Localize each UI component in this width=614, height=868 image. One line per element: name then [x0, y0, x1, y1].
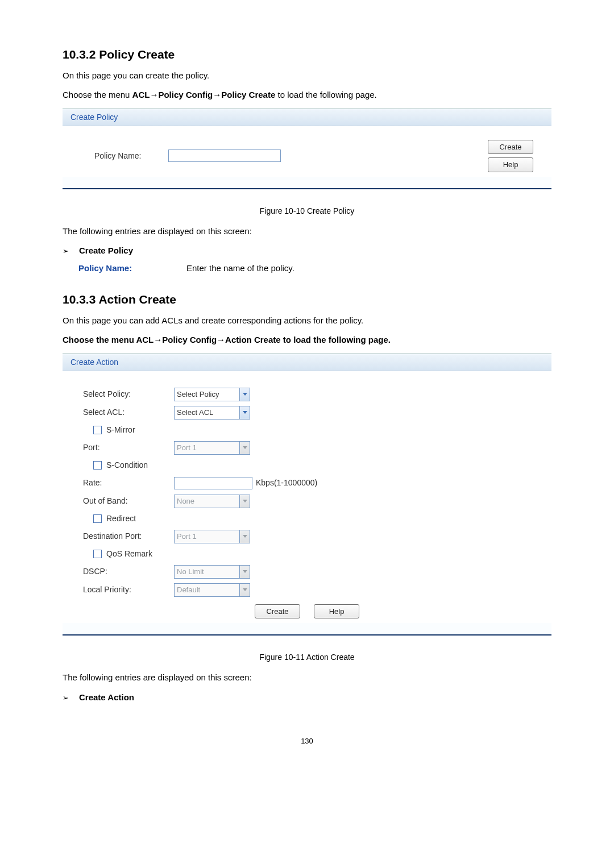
- select-policy-label: Select Policy:: [77, 388, 174, 400]
- qos-remark-checkbox[interactable]: [93, 550, 102, 558]
- rate-label: Rate:: [77, 477, 174, 489]
- chevron-down-icon: [239, 406, 250, 419]
- chevron-down-icon: [239, 388, 250, 401]
- s-mirror-label: S-Mirror: [106, 424, 135, 436]
- out-of-band-value: None: [175, 496, 239, 507]
- dscp-dropdown[interactable]: No Limit: [174, 565, 250, 579]
- chevron-down-icon: [239, 495, 250, 508]
- dscp-label: DSCP:: [77, 566, 174, 578]
- select-acl-dropdown[interactable]: Select ACL: [174, 406, 250, 420]
- policy-create-intro: On this page you can create the policy.: [63, 69, 551, 82]
- out-of-band-dropdown[interactable]: None: [174, 495, 250, 508]
- port-dropdown[interactable]: Port 1: [174, 441, 250, 455]
- page-number: 130: [63, 736, 551, 747]
- nav-suffix: to load the following page.: [275, 90, 376, 99]
- port-value: Port 1: [175, 442, 239, 454]
- s-condition-label: S-Condition: [106, 459, 148, 471]
- def-desc-policy-name: Enter the name of the policy.: [186, 262, 294, 275]
- action-create-intro: On this page you can add ACLs and create…: [63, 314, 551, 327]
- destination-port-value: Port 1: [175, 531, 239, 542]
- rate-unit: Kbps(1-1000000): [252, 477, 317, 489]
- redirect-checkbox[interactable]: [93, 514, 102, 523]
- out-of-band-label: Out of Band:: [77, 495, 174, 507]
- create-action-panel: Create Action Select Policy: Select Poli…: [63, 354, 551, 636]
- bullet-icon: ➢: [63, 692, 69, 704]
- qos-remark-label: QoS Remark: [106, 548, 152, 560]
- dscp-value: No Limit: [175, 566, 239, 578]
- local-priority-value: Default: [175, 584, 239, 596]
- entries-intro-1: The following entries are displayed on t…: [63, 225, 551, 238]
- help-button[interactable]: Help: [488, 157, 533, 172]
- chevron-down-icon: [239, 566, 250, 578]
- s-condition-checkbox[interactable]: [93, 461, 102, 470]
- section-heading-policy-create: 10.3.2 Policy Create: [63, 45, 551, 64]
- create-policy-panel-title: Create Policy: [63, 109, 551, 126]
- select-acl-value: Select ACL: [175, 407, 239, 418]
- port-label: Port:: [77, 442, 174, 454]
- policy-name-input[interactable]: [168, 149, 281, 162]
- destination-port-dropdown[interactable]: Port 1: [174, 530, 250, 543]
- chevron-down-icon: [239, 442, 250, 454]
- figure-caption-10-11: Figure 10-11 Action Create: [63, 651, 551, 663]
- def-term-policy-name: Policy Name:: [78, 262, 186, 275]
- entries-intro-2: The following entries are displayed on t…: [63, 671, 551, 684]
- chevron-down-icon: [239, 530, 250, 543]
- policy-name-label: Policy Name:: [77, 150, 168, 162]
- s-mirror-checkbox[interactable]: [93, 426, 102, 434]
- create-policy-panel: Create Policy Policy Name: Create Help: [63, 109, 551, 189]
- select-policy-value: Select Policy: [175, 389, 239, 400]
- help-button[interactable]: Help: [314, 604, 359, 619]
- redirect-label: Redirect: [106, 513, 136, 525]
- rate-input[interactable]: [174, 477, 252, 489]
- nav-path: ACL→Policy Config→Policy Create: [132, 90, 276, 99]
- create-button[interactable]: Create: [488, 140, 533, 155]
- bullet-icon: ➢: [63, 246, 69, 257]
- nav-prefix: Choose the menu: [63, 90, 132, 99]
- policy-create-nav: Choose the menu ACL→Policy Config→Policy…: [63, 89, 551, 102]
- create-action-panel-title: Create Action: [63, 354, 551, 371]
- create-button[interactable]: Create: [255, 604, 300, 619]
- figure-caption-10-10: Figure 10-10 Create Policy: [63, 205, 551, 217]
- local-priority-label: Local Priority:: [77, 584, 174, 596]
- bullet-create-policy: Create Policy: [79, 244, 133, 258]
- action-create-nav: Choose the menu ACL→Policy Config→Action…: [63, 334, 551, 347]
- select-acl-label: Select ACL:: [77, 406, 174, 418]
- select-policy-dropdown[interactable]: Select Policy: [174, 388, 250, 401]
- section-heading-action-create: 10.3.3 Action Create: [63, 290, 551, 309]
- local-priority-dropdown[interactable]: Default: [174, 583, 250, 597]
- bullet-create-action: Create Action: [79, 691, 134, 704]
- destination-port-label: Destination Port:: [77, 530, 174, 542]
- chevron-down-icon: [239, 584, 250, 596]
